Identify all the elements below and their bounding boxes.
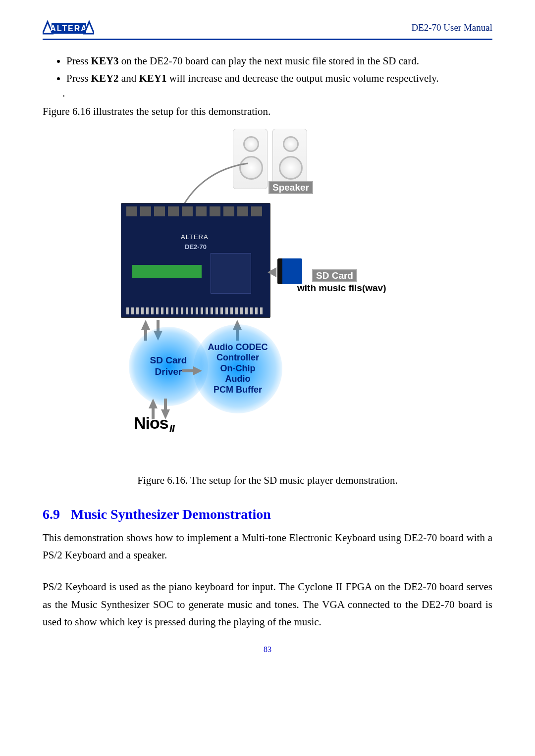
header-rule [43,39,492,40]
section-title: Music Synthesizer Demonstration [71,506,271,522]
de2-70-board: ALTERA DE2-70 [121,203,270,318]
bullet-1: Press KEY3 on the DE2-70 board can play … [66,53,492,69]
figure-6-16: Speaker ALTERA DE2-70 SD Card with music… [114,129,421,470]
paragraph-1: This demonstration shows how to implemen… [43,529,492,564]
speaker-cable [173,139,253,208]
figure-caption: Figure 6.16. The setup for the SD music … [43,474,492,487]
sd-card-image [277,258,302,284]
figure-intro: Figure 6.16 illustrates the setup for th… [43,103,492,120]
bullet-list: Press KEY3 on the DE2-70 board can play … [56,53,492,86]
right-arrow-icon [193,366,202,375]
paragraph-2: PS/2 Keyboard is used as the piano keybo… [43,578,492,631]
board-model: DE2-70 [185,243,207,251]
label-sdcard-sub: with music fils(wav) [297,283,386,294]
manual-title: DE2-70 User Manual [411,22,492,33]
board-brand: ALTERA [181,233,209,241]
page-header: ALTERA DE2-70 User Manual [43,20,492,36]
audio-controller-block: Audio CODEC Controller On-Chip Audio PCM… [193,324,282,413]
up-arrow-icon [141,320,150,330]
up-arrow-icon [149,399,158,408]
logo-text: ALTERA [50,24,88,33]
label-sdcard: SD Card [312,269,357,282]
nios-ii-logo: NiosII [134,413,174,436]
altera-logo: ALTERA [43,20,94,36]
page-number: 83 [43,645,492,654]
sd-arrow-icon [268,267,276,277]
bullet-2: Press KEY2 and KEY1 will increase and de… [66,70,492,87]
section-number: 6.9 [43,506,60,522]
section-heading: 6.9Music Synthesizer Demonstration [43,506,492,522]
label-speaker: Speaker [268,181,313,194]
stray-period: . [62,87,492,100]
